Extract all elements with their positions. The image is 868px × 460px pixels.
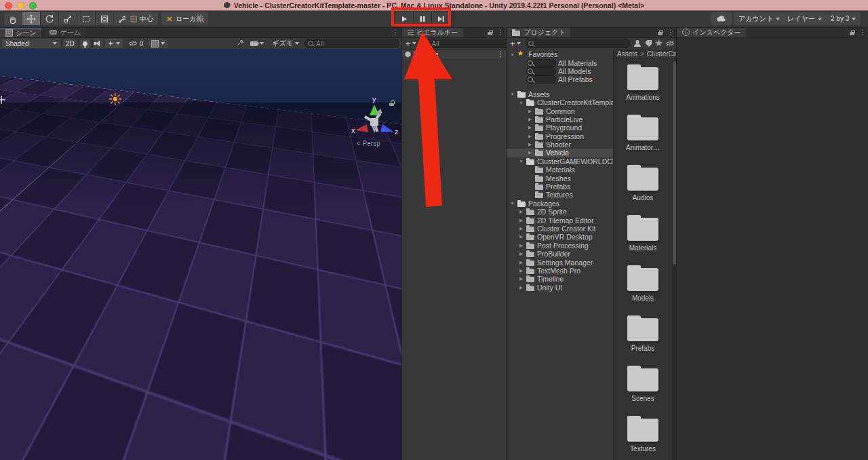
small-drone[interactable] xyxy=(77,214,87,221)
foldout-closed-icon[interactable]: ▶ xyxy=(518,226,524,231)
cloud-services-button[interactable] xyxy=(711,12,732,25)
tree-item-clustergameworldcent[interactable]: ▼ClusterGAMEWORLDCENT xyxy=(507,157,613,166)
tree-item-timeline[interactable]: ▶Timeline xyxy=(507,275,613,283)
grid-folder-audios[interactable]: Audios xyxy=(614,168,672,202)
bear-character[interactable] xyxy=(43,242,50,252)
grid-folder-animations[interactable]: Animations xyxy=(614,67,672,101)
tree-item-unity-ui[interactable]: ▶Unity UI xyxy=(507,284,613,292)
foldout-closed-icon[interactable]: ▶ xyxy=(527,134,533,139)
create-object-button[interactable]: + xyxy=(404,39,418,48)
cube-row[interactable] xyxy=(0,331,43,365)
lock-icon[interactable] xyxy=(850,30,855,35)
tab-scene[interactable]: シーン xyxy=(0,27,41,37)
foldout-closed-icon[interactable]: ▶ xyxy=(527,125,533,130)
foldout-closed-icon[interactable]: ▶ xyxy=(527,109,533,114)
scene-audio-button[interactable] xyxy=(93,39,102,48)
foldout-closed-icon[interactable]: ▶ xyxy=(518,218,524,223)
traffic-cone[interactable] xyxy=(131,316,154,347)
breadcrumb-root[interactable]: Assets xyxy=(617,50,637,58)
bear-character[interactable] xyxy=(98,233,105,242)
grid-folder-animator[interactable]: Animator… xyxy=(614,117,672,151)
rect-tool-button[interactable] xyxy=(77,12,96,25)
tree-item-particlelive[interactable]: ▶ParticleLive xyxy=(507,115,613,123)
foldout-closed-icon[interactable]: ▶ xyxy=(518,285,524,290)
breadcrumb-current[interactable]: ClusterCre xyxy=(647,50,677,58)
foldout-closed-icon[interactable]: ▶ xyxy=(518,234,524,239)
scene-root-row[interactable]: Vehicle ⋮ xyxy=(402,50,507,59)
grid-folder-textures[interactable]: Textures xyxy=(614,419,672,453)
directional-light-gizmo-icon[interactable] xyxy=(108,92,122,106)
toggle-2d-button[interactable]: 2D xyxy=(63,39,77,48)
drone[interactable] xyxy=(171,225,214,252)
scene-menu-kebab-icon[interactable]: ⋮ xyxy=(392,29,399,36)
layers-dropdown[interactable]: レイヤー xyxy=(783,12,827,25)
move-tool-button[interactable] xyxy=(22,12,41,25)
favorites-star-icon[interactable] xyxy=(655,37,663,50)
layout-dropdown[interactable]: 2 by 3 xyxy=(826,12,861,25)
lock-icon[interactable] xyxy=(488,30,493,35)
tree-item-shooter[interactable]: ▶Shooter xyxy=(507,140,613,149)
inspector-menu-kebab-icon[interactable]: ⋮ xyxy=(859,29,866,36)
foldout-open-icon[interactable]: ▼ xyxy=(509,52,515,57)
scene-viewport[interactable]: y x z < Persp xyxy=(0,49,401,460)
foldout-open-icon[interactable]: ▼ xyxy=(509,92,515,96)
foldout-open-icon[interactable]: ▼ xyxy=(518,159,524,164)
hand-tool-button[interactable] xyxy=(4,12,22,25)
play-button[interactable] xyxy=(395,12,414,26)
tree-item-prefabs[interactable]: Prefabs xyxy=(507,183,613,191)
tab-game[interactable]: ゲーム xyxy=(44,27,85,37)
bear-character[interactable] xyxy=(11,247,18,256)
tab-project[interactable]: プロジェクト xyxy=(507,27,570,37)
step-button[interactable] xyxy=(432,12,450,26)
shading-mode-dropdown[interactable]: Shaded xyxy=(2,39,60,48)
traffic-cone[interactable] xyxy=(24,276,39,294)
hierarchy-menu-kebab-icon[interactable]: ⋮ xyxy=(497,29,504,36)
tree-item-vehicle[interactable]: ▶Vehicle xyxy=(507,149,613,157)
tree-item-2d-tilemap-editor[interactable]: ▶2D Tilemap Editor xyxy=(507,216,613,224)
tree-item-common[interactable]: ▶Common xyxy=(507,107,613,115)
kart[interactable] xyxy=(109,235,130,246)
foldout-closed-icon[interactable]: ▶ xyxy=(518,209,524,214)
traffic-cone[interactable] xyxy=(62,317,75,334)
foldout-closed-icon[interactable]: ▶ xyxy=(527,117,533,122)
tree-item-playground[interactable]: ▶Playground xyxy=(507,123,613,132)
traffic-cone[interactable] xyxy=(104,220,114,232)
tab-hierarchy[interactable]: ヒエラルキー xyxy=(402,27,463,37)
tree-item-textures[interactable]: Textures xyxy=(507,191,613,199)
tree-item-all-materials[interactable]: All Materials xyxy=(507,58,613,66)
tree-item-cluster-creator-kit[interactable]: ▶Cluster Creator Kit xyxy=(507,225,613,233)
create-asset-button[interactable]: + xyxy=(509,39,522,48)
scene-visibility-button[interactable]: 0 xyxy=(125,39,146,48)
traffic-cone[interactable] xyxy=(159,212,167,222)
traffic-cone[interactable] xyxy=(264,282,279,301)
grid-folder-models[interactable]: Models xyxy=(614,268,672,302)
foldout-closed-icon[interactable]: ▶ xyxy=(518,260,524,265)
scene-lighting-button[interactable] xyxy=(80,39,90,48)
search-by-label-icon[interactable] xyxy=(644,37,652,50)
tree-item-all-models[interactable]: All Models xyxy=(507,67,613,75)
scale-tool-button[interactable] xyxy=(59,12,77,25)
scene-effects-dropdown[interactable] xyxy=(105,39,123,48)
grid-snap-icon[interactable] xyxy=(195,14,205,26)
traffic-cone[interactable] xyxy=(134,232,144,246)
drone[interactable] xyxy=(347,277,401,324)
scene-search-input[interactable] xyxy=(304,39,399,48)
tree-item-materials[interactable]: Materials xyxy=(507,166,613,174)
audio-source-gizmo-icon[interactable] xyxy=(227,305,239,316)
traffic-cone[interactable] xyxy=(41,296,56,315)
foldout-open-icon[interactable]: ▼ xyxy=(518,100,524,105)
gizmos-dropdown[interactable]: ギズモ xyxy=(269,39,302,48)
lock-icon[interactable] xyxy=(658,30,663,35)
foldout-closed-icon[interactable]: ▶ xyxy=(518,251,524,256)
tree-item-post-processing[interactable]: ▶Post Processing xyxy=(507,242,613,250)
traffic-cone[interactable] xyxy=(117,381,139,410)
tree-item-probuilder[interactable]: ▶ProBuilder xyxy=(507,250,613,258)
axis-z-cone[interactable] xyxy=(380,124,393,132)
project-search-input[interactable] xyxy=(525,39,631,48)
traffic-cone[interactable] xyxy=(115,215,125,229)
project-menu-kebab-icon[interactable]: ⋮ xyxy=(667,29,674,36)
tree-item-favorites[interactable]: ▼Favorites xyxy=(507,50,613,58)
scene-options-kebab-icon[interactable]: ⋮ xyxy=(497,51,504,58)
tree-item-all-prefabs[interactable]: All Prefabs xyxy=(507,75,613,83)
tree-item-settings-manager[interactable]: ▶Settings Manager xyxy=(507,258,613,266)
